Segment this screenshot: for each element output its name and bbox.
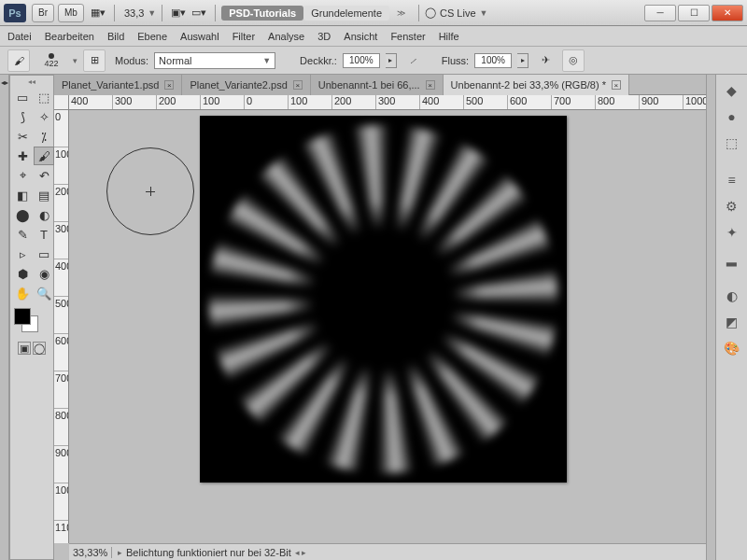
tool-dodge[interactable]: ◐ — [34, 205, 54, 224]
arrange-icon[interactable]: ▦▾ — [88, 4, 108, 22]
panel-icon-9[interactable]: 🎨 — [721, 338, 743, 358]
airbrush-icon[interactable]: ✈ — [534, 49, 557, 72]
minimize-button[interactable]: ─ — [644, 5, 676, 21]
tool-type[interactable]: T — [34, 225, 54, 244]
panel-icon-4[interactable]: ⚙ — [721, 196, 743, 217]
menu-3d[interactable]: 3D — [317, 31, 331, 42]
right-collapse-strip[interactable] — [706, 75, 715, 560]
maximize-button[interactable]: ☐ — [678, 5, 710, 21]
view-icon[interactable]: ▣▾ — [168, 4, 189, 22]
tool-lasso[interactable]: ⟆ — [12, 107, 33, 126]
panel-icon-5[interactable]: ✦ — [721, 222, 743, 243]
document-tab[interactable]: Unbenannt-1 bei 66,...× — [311, 75, 444, 95]
menu-filter[interactable]: Filter — [233, 31, 255, 42]
tab-close-icon[interactable]: × — [293, 80, 303, 90]
bridge-button[interactable]: Br — [32, 4, 54, 22]
toolbox: ◂◂ ▭⬚⟆✧✂⁒✚🖌⌖↶◧▤⬤◐✎T▹▭⬢◉✋🔍 ▣ ◯ — [9, 75, 54, 560]
menu-auswahl[interactable]: Auswahl — [180, 31, 219, 42]
tool-gradient[interactable]: ▤ — [34, 186, 54, 204]
workspace-pill-1[interactable]: PSD-Tutorials — [221, 6, 303, 21]
tab-label: Unbenannt-1 bei 66,... — [318, 79, 420, 91]
menu-analyse[interactable]: Analyse — [268, 31, 304, 42]
workspace-pill-2[interactable]: Grundelemente — [303, 6, 389, 21]
screenmode-icon[interactable]: ◯ — [33, 342, 46, 355]
panel-icon-7[interactable]: ◐ — [721, 286, 743, 306]
menu-ansicht[interactable]: Ansicht — [344, 31, 377, 42]
menu-datei[interactable]: Datei — [7, 31, 32, 42]
panel-icon-0[interactable]: ◆ — [721, 80, 743, 101]
cslive-icon[interactable]: ◯ — [425, 7, 436, 19]
color-swatches[interactable] — [12, 308, 51, 338]
menubar: Datei Bearbeiten Bild Ebene Auswahl Filt… — [0, 26, 747, 47]
quickmask-icon[interactable]: ▣ — [18, 342, 31, 355]
tool-move[interactable]: ▭ — [12, 88, 33, 106]
brush-panel-icon[interactable]: ⊞ — [83, 49, 106, 72]
status-message: Belichtung funktioniert nur bei 32-Bit — [126, 547, 291, 558]
toolbox-handle[interactable]: ◂◂ — [12, 77, 51, 86]
tool-crop[interactable]: ✂ — [12, 127, 33, 146]
tool-path[interactable]: ▹ — [12, 245, 33, 263]
tool-heal[interactable]: ✚ — [12, 147, 33, 165]
cslive-label[interactable]: CS Live — [440, 7, 476, 19]
right-panel: ◆●⬚≡⚙✦▂◐◩🎨 — [715, 75, 747, 560]
opacity-label: Deckkr.: — [300, 55, 337, 66]
status-bar: 33,33% ▸Belichtung funktioniert nur bei … — [69, 543, 706, 560]
minibridge-button[interactable]: Mb — [58, 4, 84, 22]
tool-pen[interactable]: ✎ — [12, 225, 33, 244]
tab-label: Unbenannt-2 bei 33,3% (RGB/8) * — [451, 79, 606, 91]
ruler-horizontal[interactable]: 4003002001000100200300400500600700800900… — [69, 95, 706, 110]
tool-stamp[interactable]: ⌖ — [12, 166, 33, 185]
opacity-input[interactable]: 100% — [343, 53, 380, 68]
mode-select[interactable]: Normal▼ — [154, 52, 275, 69]
tool-wand[interactable]: ✧ — [34, 107, 54, 126]
mode-label: Modus: — [115, 55, 148, 66]
tool-3dcam[interactable]: ◉ — [34, 264, 54, 283]
menu-hilfe[interactable]: Hilfe — [439, 31, 459, 42]
opacity-arrow[interactable]: ▸ — [386, 53, 397, 68]
zoom-level[interactable]: 33,3 — [124, 7, 144, 19]
tab-label: Planet_Variante1.psd — [62, 79, 159, 91]
flow-arrow[interactable]: ▸ — [517, 53, 529, 68]
document-tab[interactable]: Planet_Variante1.psd× — [54, 75, 182, 95]
menu-bild[interactable]: Bild — [107, 31, 124, 42]
status-zoom[interactable]: 33,33% — [69, 547, 112, 558]
close-button[interactable]: ✕ — [712, 5, 743, 21]
menu-bearbeiten[interactable]: Bearbeiten — [45, 31, 94, 42]
tool-brush[interactable]: 🖌 — [34, 147, 54, 165]
panel-icon-2[interactable]: ⬚ — [721, 133, 743, 153]
tab-close-icon[interactable]: × — [612, 80, 621, 90]
panel-icon-8[interactable]: ◩ — [721, 312, 743, 332]
menu-ebene[interactable]: Ebene — [137, 31, 167, 42]
tool-hand[interactable]: ✋ — [12, 284, 33, 302]
ruler-vertical[interactable]: 010020030040050060070080090010001100 — [54, 110, 69, 543]
document-tab[interactable]: Unbenannt-2 bei 33,3% (RGB/8) *× — [444, 75, 629, 95]
menu-fenster[interactable]: Fenster — [390, 31, 425, 42]
tool-eraser[interactable]: ◧ — [12, 186, 33, 204]
screen-icon[interactable]: ▭▾ — [189, 4, 209, 22]
options-bar: 🖌 422 ▾ ⊞ Modus: Normal▼ Deckkr.: 100%▸ … — [0, 47, 747, 75]
tab-close-icon[interactable]: × — [426, 80, 435, 90]
tool-blur[interactable]: ⬤ — [12, 205, 33, 224]
titlebar: Ps Br Mb ▦▾ 33,3▼ ▣▾ ▭▾ PSD-Tutorials Gr… — [0, 0, 747, 26]
panel-icon-3[interactable]: ≡ — [721, 170, 743, 190]
foreground-swatch[interactable] — [14, 308, 31, 325]
tool-eyedrop[interactable]: ⁒ — [34, 127, 54, 146]
canvas[interactable] — [200, 116, 567, 483]
tab-close-icon[interactable]: × — [164, 80, 174, 90]
tool-preset-icon[interactable]: 🖌 — [7, 49, 30, 72]
tool-3d[interactable]: ⬢ — [12, 264, 33, 283]
tool-zoom[interactable]: 🔍 — [34, 284, 54, 302]
brush-preset[interactable]: 422 — [35, 53, 67, 68]
tool-history[interactable]: ↶ — [34, 166, 54, 185]
flow-input[interactable]: 100% — [474, 53, 512, 68]
tablet-pressure-icon[interactable]: ◎ — [562, 49, 585, 72]
panel-icon-6[interactable]: ▂ — [721, 248, 743, 269]
artwork-swirl — [209, 125, 557, 473]
opacity-pressure-icon[interactable]: ⟋ — [402, 49, 425, 72]
canvas-viewport[interactable] — [69, 110, 706, 543]
tool-shape[interactable]: ▭ — [34, 245, 54, 263]
ruler-origin[interactable] — [54, 95, 69, 110]
panel-icon-1[interactable]: ● — [721, 106, 743, 127]
tool-select[interactable]: ⬚ — [34, 88, 54, 106]
document-tab[interactable]: Planet_Variante2.psd× — [182, 75, 310, 95]
